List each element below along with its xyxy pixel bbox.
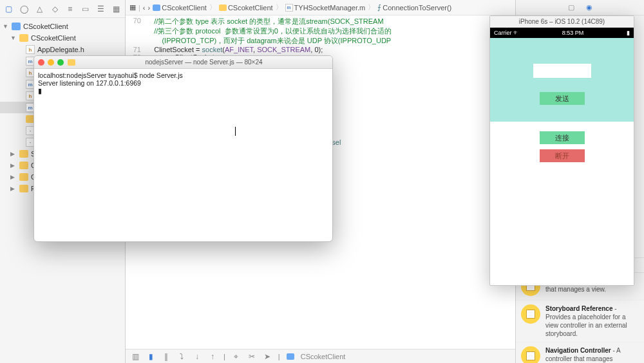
h-file-icon: h <box>26 45 35 54</box>
breakpoints-icon[interactable]: ▮ <box>146 352 155 361</box>
carrier-label: Carrier ᯤ <box>494 30 519 36</box>
debug-bar: ▥ ▮ ‖ ⤵ ↓ ↑ | ⌖ ✂ ➤ | CScoketClient <box>126 349 515 363</box>
zoom-icon[interactable] <box>57 59 64 66</box>
project-root[interactable]: ▼ CScoketClient <box>0 21 125 32</box>
forward-icon[interactable]: › <box>148 4 151 12</box>
folder-icon <box>19 173 28 181</box>
terminal-body[interactable]: localhost:nodejsServer tuyaohui$ node Se… <box>34 69 332 241</box>
file-row[interactable]: hAppDelegate.h <box>0 44 125 55</box>
controller-icon <box>521 346 540 363</box>
jumpbar-seg[interactable]: mTYHSocketManager.m <box>285 4 366 12</box>
continue-icon[interactable]: ‖ <box>162 352 171 361</box>
battery-icon: ▮ <box>627 30 630 36</box>
folder-icon <box>19 162 28 169</box>
controller-icon <box>521 304 540 324</box>
breakpoint-tab-icon[interactable]: ▭ <box>80 4 91 14</box>
tests-tab-icon[interactable]: ◇ <box>50 4 60 14</box>
jump-bar[interactable]: ▦ | ‹ › CScoketClient 〉 CScoketClient 〉 … <box>126 0 515 15</box>
report-tab-icon[interactable]: ☰ <box>96 4 106 14</box>
terminal-title: nodejsServer — node Server.js — 80×24 <box>79 59 328 66</box>
close-icon[interactable] <box>38 59 44 66</box>
navigator-tabs: ▢ ◯ △ ◇ ≡ ▭ ☰ ▦ <box>0 0 125 18</box>
debug-target[interactable]: CScoketClient <box>301 353 346 360</box>
back-icon[interactable]: ‹ <box>143 4 146 12</box>
traffic-lights <box>38 59 64 66</box>
simulator-app-view: 发送 连接 断开 <box>490 38 634 285</box>
project-icon <box>12 23 21 30</box>
step-out-icon[interactable]: ↑ <box>208 352 217 361</box>
hide-debug-icon[interactable]: ▥ <box>131 352 140 361</box>
memory-graph-icon[interactable]: ✂ <box>247 352 256 361</box>
ios-simulator-window[interactable]: iPhone 6s – iOS 10.2 (14C89) Carrier ᯤ 8… <box>489 15 634 286</box>
terminal-line: Server listening on 127.0.0.1:6969 <box>38 79 328 87</box>
group-row[interactable]: ▼ CScoketClient <box>0 32 125 44</box>
terminal-window[interactable]: nodejsServer — node Server.js — 80×24 lo… <box>33 55 333 242</box>
folder-tab-icon[interactable]: ▢ <box>4 4 14 14</box>
project-name: CScoketClient <box>23 23 68 30</box>
jumpbar-seg[interactable]: ⨍ConnectionToServer() <box>377 3 451 12</box>
connect-button[interactable]: 连接 <box>540 131 585 144</box>
target-icon <box>287 353 294 360</box>
minimize-icon[interactable] <box>48 59 54 66</box>
text-input[interactable] <box>533 64 591 78</box>
simulator-title: iPhone 6s – iOS 10.2 (14C89) <box>490 16 634 28</box>
view-debug-icon[interactable]: ⌖ <box>232 352 241 361</box>
jumpbar-seg[interactable]: CScoketClient <box>219 4 273 12</box>
library-item[interactable]: Navigation Controller - A controller tha… <box>516 342 644 363</box>
folder-icon <box>68 59 75 66</box>
folder-icon <box>19 34 28 42</box>
file-inspector-icon[interactable]: ▢ <box>568 3 574 12</box>
find-tab-icon[interactable]: ◯ <box>19 4 30 14</box>
inspector-tabs: ▢ ◉ <box>516 0 644 15</box>
step-into-icon[interactable]: ↓ <box>193 352 202 361</box>
library-item[interactable]: Storyboard Reference - Provides a placeh… <box>516 301 644 342</box>
warning-tab-icon[interactable]: △ <box>35 4 45 14</box>
jumpbar-seg[interactable]: CScoketClient <box>153 4 207 12</box>
terminal-titlebar[interactable]: nodejsServer — node Server.js — 80×24 <box>34 56 332 69</box>
object-library-list[interactable]: View Controller - A controller that mana… <box>516 273 644 363</box>
send-button[interactable]: 发送 <box>540 92 585 105</box>
folder-icon <box>19 150 28 158</box>
simulator-status-bar: Carrier ᯤ 8:53 PM ▮ <box>490 28 634 38</box>
folder-icon <box>19 185 28 192</box>
group-name: CScoketClient <box>31 34 76 42</box>
step-over-icon[interactable]: ⤵ <box>177 352 186 361</box>
terminal-line: localhost:nodejsServer tuyaohui$ node Se… <box>38 71 328 79</box>
terminal-cursor-line: ▮ <box>38 87 328 95</box>
time-label: 8:53 PM <box>562 30 584 36</box>
log-tab-icon[interactable]: ▦ <box>111 4 121 14</box>
related-items-icon[interactable]: ▦ <box>129 3 136 12</box>
location-icon[interactable]: ➤ <box>263 352 272 361</box>
disconnect-button[interactable]: 断开 <box>540 149 585 162</box>
quick-help-icon[interactable]: ◉ <box>586 3 592 12</box>
debug-tab-icon[interactable]: ≡ <box>65 4 75 14</box>
